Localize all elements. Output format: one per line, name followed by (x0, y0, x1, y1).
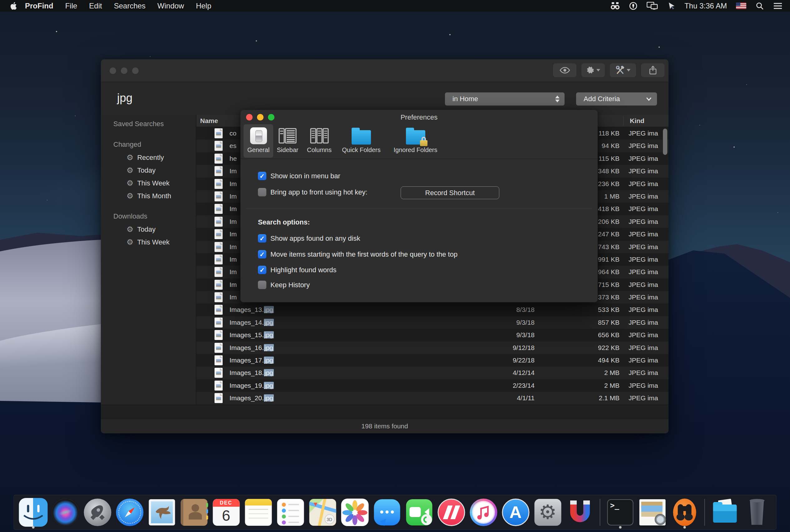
dock-item-safari[interactable] (114, 495, 146, 530)
file-name-text: Images_17. (229, 357, 264, 364)
search-query-text[interactable]: jpg (117, 92, 132, 104)
menu-help[interactable]: Help (190, 2, 217, 10)
action-menu-button[interactable] (581, 63, 605, 77)
one-password-icon[interactable] (624, 2, 642, 10)
dock-item-image-viewer[interactable] (636, 495, 669, 530)
checkbox-row: ✓Highlight found words (258, 266, 337, 274)
dock-item-itunes[interactable] (467, 495, 500, 530)
table-row[interactable]: Images_16.jpg9/12/18922 KBJPEG ima (196, 342, 669, 354)
sidebar-item-this-month[interactable]: ⚙This Month (101, 190, 196, 202)
table-row[interactable]: Images_18.jpg4/12/142 MBJPEG ima (196, 366, 669, 379)
menu-file[interactable]: File (59, 2, 83, 10)
dock-item-finder[interactable] (17, 495, 49, 530)
menu-app-name[interactable]: ProFind (23, 2, 59, 10)
checkbox-checked[interactable]: ✓ (258, 172, 266, 180)
vertical-scrollbar-thumb[interactable] (663, 129, 667, 155)
dock-item-maps[interactable]: 3D (307, 495, 339, 530)
dock-item-facetime[interactable] (403, 495, 435, 530)
checkbox-unchecked[interactable] (258, 188, 266, 196)
table-row[interactable]: Images_20.jpg4/1/112.1 MBJPEG ima (196, 392, 669, 404)
preferences-tab-general[interactable]: General (244, 124, 273, 158)
running-indicator (32, 526, 34, 529)
gear-icon: ⚙ (127, 192, 133, 200)
input-language-flag-icon[interactable] (731, 2, 751, 9)
menu-searches[interactable]: Searches (108, 2, 151, 10)
table-row[interactable]: Images_17.jpg9/22/18494 KBJPEG ima (196, 354, 669, 366)
dock-item-mail[interactable] (146, 495, 178, 530)
dock-item-app-store[interactable]: A (500, 495, 532, 530)
dock-item-reminders[interactable] (275, 495, 307, 530)
dock-item-system-preferences[interactable]: ⚙ (532, 495, 564, 530)
tools-menu-button[interactable] (610, 63, 636, 77)
dock-item-contacts[interactable] (178, 495, 210, 530)
binoculars-icon[interactable] (606, 2, 624, 10)
dialog-titlebar[interactable]: Preferences (241, 110, 598, 124)
dock-item-news[interactable] (435, 495, 467, 530)
window-titlebar[interactable] (101, 59, 669, 82)
spotlight-search-icon[interactable] (751, 2, 769, 10)
file-name-text: Im (229, 268, 237, 276)
dock-item-profind[interactable] (669, 495, 701, 530)
preferences-tab-columns[interactable]: Columns (303, 124, 336, 158)
share-button[interactable] (641, 63, 664, 77)
file-name: Im (229, 193, 237, 200)
notification-center-icon[interactable] (769, 2, 790, 10)
apple-menu-icon[interactable] (10, 2, 17, 10)
table-row[interactable]: Images_19.jpg2/23/142 MBJPEG ima (196, 379, 669, 392)
tab-label: Quick Folders (342, 147, 380, 154)
dock-item-notes[interactable] (242, 495, 275, 530)
jpeg-file-icon (214, 305, 223, 315)
dock-item-trash[interactable] (741, 495, 773, 530)
displays-icon[interactable] (642, 2, 663, 10)
table-row[interactable]: Images_15.jpg9/3/18656 KBJPEG ima (196, 329, 669, 341)
table-row[interactable]: Images_14.jpg9/3/18857 KBJPEG ima (196, 316, 669, 329)
column-header-name[interactable]: Name (200, 117, 218, 125)
gear-icon: ⚙ (127, 179, 133, 187)
checkbox-unchecked[interactable] (258, 281, 266, 289)
scope-popup[interactable]: in Home (445, 92, 565, 106)
record-shortcut-button[interactable]: Record Shortcut (401, 186, 499, 199)
file-name-text: Images_16. (229, 344, 264, 351)
checkbox-checked[interactable]: ✓ (258, 250, 266, 259)
dock-item-calendar[interactable]: DEC6 (210, 495, 242, 530)
jpeg-file-icon (214, 292, 223, 302)
sidebar-item-this-week[interactable]: ⚙This Week (101, 236, 196, 248)
checkbox-label: Move items starting with the first words… (270, 250, 457, 259)
file-name-text: Images_19. (229, 382, 264, 389)
close-button[interactable] (110, 68, 116, 74)
pointer-icon[interactable] (663, 2, 680, 10)
dock-item-photos[interactable] (339, 495, 371, 530)
preferences-tab-quick-folders[interactable]: Quick Folders (337, 124, 386, 158)
dock-item-magnet[interactable] (564, 495, 596, 530)
checkbox-checked[interactable]: ✓ (258, 234, 266, 243)
menu-clock[interactable]: Thu 3:36 AM (680, 2, 731, 10)
table-row[interactable]: Images_13.jpg8/3/18533 KBJPEG ima (196, 303, 669, 316)
file-name: Im (229, 218, 237, 225)
file-name-text: Im (229, 243, 237, 250)
file-kind: JPEG ima (628, 382, 658, 389)
sidebar-item-recently[interactable]: ⚙Recently (101, 151, 196, 164)
menu-edit[interactable]: Edit (83, 2, 108, 10)
menu-window[interactable]: Window (151, 2, 190, 10)
dock-item-siri[interactable] (49, 495, 81, 530)
preferences-tab-ignored-folders[interactable]: Ignored Folders (387, 124, 444, 158)
dock-item-messages[interactable] (371, 495, 403, 530)
dock-item-launchpad[interactable] (81, 495, 114, 530)
preferences-tab-sidebar[interactable]: Sidebar (274, 124, 301, 158)
sidebar-item-this-week[interactable]: ⚙This Week (101, 177, 196, 190)
zoom-button[interactable] (132, 68, 139, 74)
add-criteria-popup[interactable]: Add Criteria (576, 92, 657, 106)
sidebar-item-today[interactable]: ⚙Today (101, 164, 196, 177)
preferences-dialog: Preferences GeneralSidebarColumnsQuick F… (241, 110, 598, 302)
checkbox-checked[interactable]: ✓ (258, 266, 266, 274)
file-date: 9/3/18 (473, 319, 534, 326)
file-kind: JPEG ima (628, 268, 658, 276)
dock-item-terminal[interactable]: >_ (604, 495, 636, 530)
column-header-kind[interactable]: Kind (630, 117, 644, 125)
sidebar-item-today[interactable]: ⚙Today (101, 223, 196, 236)
dock-item-downloads[interactable] (709, 495, 741, 530)
minimize-button[interactable] (121, 68, 127, 74)
jpeg-file-icon (214, 280, 223, 290)
jpeg-file-icon (214, 254, 223, 264)
quicklook-button[interactable] (553, 63, 577, 77)
